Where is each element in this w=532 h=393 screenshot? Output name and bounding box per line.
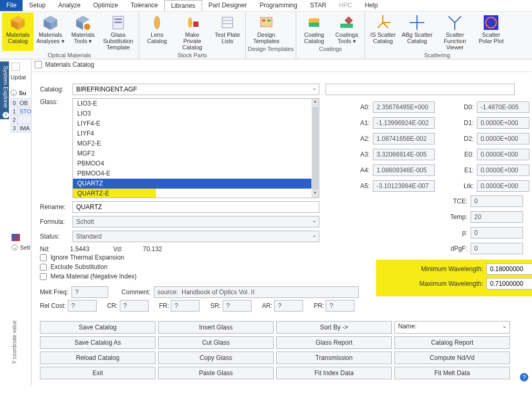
surface-table[interactable]: 0OB 1STO 2 3IMA [11,98,32,132]
list-item[interactable]: PBMOO4-E [73,169,319,179]
exit-button[interactable]: Exit [40,367,155,379]
fit-index-data-button[interactable]: Fit Index Data [276,367,392,379]
list-item[interactable]: MGF2 [73,149,319,159]
name-select[interactable]: Name: [394,321,510,334]
menu-part-designer[interactable]: Part Designer [202,0,253,11]
copy-glass-button[interactable]: Copy Glass [158,351,274,364]
relcost-input[interactable] [68,300,97,312]
a1-input[interactable] [373,117,435,129]
chart-thumb-icon[interactable] [12,234,20,241]
design-templates-button[interactable]: Design Templates [248,13,285,45]
compute-ndvd-button[interactable]: Compute Nd/Vd [394,351,510,364]
dpgf-input[interactable] [471,243,523,254]
catalog-report-button[interactable]: Catalog Report [394,336,510,349]
cr-input[interactable] [120,300,149,312]
fit-melt-data-button[interactable]: Fit Melt Data [394,367,510,379]
scatter-function-viewer-button[interactable]: Scatter Function Viewer [435,13,474,51]
fr-input[interactable] [171,300,200,312]
scroll-up-icon[interactable]: ▴ [311,99,319,106]
p-input[interactable] [471,227,523,239]
a2-input[interactable] [373,133,435,144]
transmission-button[interactable]: Transmission [276,351,392,364]
extra-params-grid: TCE: Temp: p: dPgF: [436,193,523,256]
test-plate-lists-button[interactable]: Test Plate Lists [212,13,243,51]
sr-input[interactable] [223,300,252,312]
list-item[interactable]: LIO3 [73,109,319,119]
list-item[interactable]: LIYF4 [73,129,319,139]
comment-input[interactable] [154,286,359,298]
a5-input[interactable] [373,180,435,192]
scroll-down-icon[interactable]: ▾ [311,190,319,198]
max-wavelength-input[interactable] [486,278,532,289]
menu-libraries[interactable]: Libraries [164,0,202,11]
e1-input[interactable] [477,164,529,176]
catalog-text-field[interactable] [326,84,515,95]
materials-tools-button[interactable]: Materials Tools ▾ [67,13,99,51]
ar-input[interactable] [274,300,303,312]
d0-input[interactable] [477,101,529,113]
ignore-thermal-checkbox[interactable] [40,254,47,261]
exclude-substitution-checkbox[interactable] [40,264,47,271]
d1-input[interactable] [477,117,529,129]
glass-report-button[interactable]: Glass Report [276,336,392,349]
glass-substitution-template-button[interactable]: Glass Substitution Template [100,13,137,51]
min-wavelength-input[interactable] [486,263,532,275]
coating-catalog-button[interactable]: Coating Catalog [298,13,330,45]
menu-programming[interactable]: Programming [253,0,304,11]
system-explorer-tab[interactable]: System Explorer ? [0,61,9,119]
list-item[interactable]: LIYF4-E [73,119,319,129]
menu-hpc[interactable]: HPC [332,0,358,11]
pr-input[interactable] [326,300,354,312]
menu-star[interactable]: STAR [304,0,332,11]
abg-scatter-catalog-button[interactable]: ABg Scatter Catalog [400,13,434,51]
scrollbar[interactable]: ▴▾ [311,99,319,198]
reload-catalog-button[interactable]: Reload Catalog [40,351,155,364]
menu-optimize[interactable]: Optimize [87,0,124,11]
y-axis-label: Y coordinate value [12,320,17,364]
materials-catalog-button[interactable]: Materials Catalog [2,13,34,51]
status-select[interactable] [72,231,319,242]
e0-input[interactable] [477,149,529,160]
glass-listbox[interactable]: LIO3-E LIO3 LIYF4-E LIYF4 MGF2-E MGF2 PB… [72,98,319,198]
insert-glass-button[interactable]: Insert Glass [158,321,274,334]
menu-help[interactable]: Help [359,0,384,11]
list-item[interactable]: QUARTZ [73,179,319,189]
scatter-polar-plot-button[interactable]: Scatter Polar Plot [475,13,507,51]
menu-tolerance[interactable]: Tolerance [124,0,164,11]
menu-analyze[interactable]: Analyze [52,0,87,11]
list-item[interactable]: PBMOO4 [73,159,319,169]
scroll-thumb[interactable] [312,107,318,190]
a3-input[interactable] [373,149,435,160]
meta-material-checkbox[interactable] [40,273,47,280]
list-item[interactable]: QUARTZ-E [73,189,319,198]
save-catalog-button[interactable]: Save Catalog [40,321,155,334]
a4-input[interactable] [373,164,435,176]
list-item[interactable]: LIO3-E [73,99,319,109]
svg-rect-22 [309,23,319,27]
temp-input[interactable] [471,211,523,223]
materials-analyses-button[interactable]: Materials Analyses ▾ [35,13,66,51]
menu-setup[interactable]: Setup [23,0,51,11]
lens-catalog-button[interactable]: Lens Catalog [141,13,173,51]
list-item[interactable]: MGF2-E [73,139,319,149]
ltk-input[interactable] [477,180,529,192]
paste-glass-button[interactable]: Paste Glass [158,367,274,379]
formula-select[interactable] [72,216,319,227]
make-private-catalog-button[interactable]: Make Private Catalog [174,13,211,51]
save-catalog-as-button[interactable]: Save Catalog As [40,336,155,349]
d2-input[interactable] [477,133,529,144]
sort-by-button[interactable]: Sort By -> [276,321,392,334]
rename-input[interactable] [72,201,319,213]
tce-input[interactable] [471,195,523,207]
is-scatter-catalog-button[interactable]: IS Scatter Catalog [367,13,399,51]
chevron-down-icon[interactable]: ⌄ [11,90,17,96]
help-icon[interactable]: ? [520,373,528,381]
catalog-select[interactable] [72,84,319,95]
cut-glass-button[interactable]: Cut Glass [158,336,274,349]
a0-input[interactable] [373,101,435,113]
meltfreq-input[interactable] [71,286,108,298]
chevron-down-icon[interactable]: ⌄ [12,244,18,251]
doc-tab-icon[interactable] [12,63,20,71]
menu-file[interactable]: File [0,0,23,11]
coatings-tools-button[interactable]: Coatings Tools ▾ [331,13,362,45]
